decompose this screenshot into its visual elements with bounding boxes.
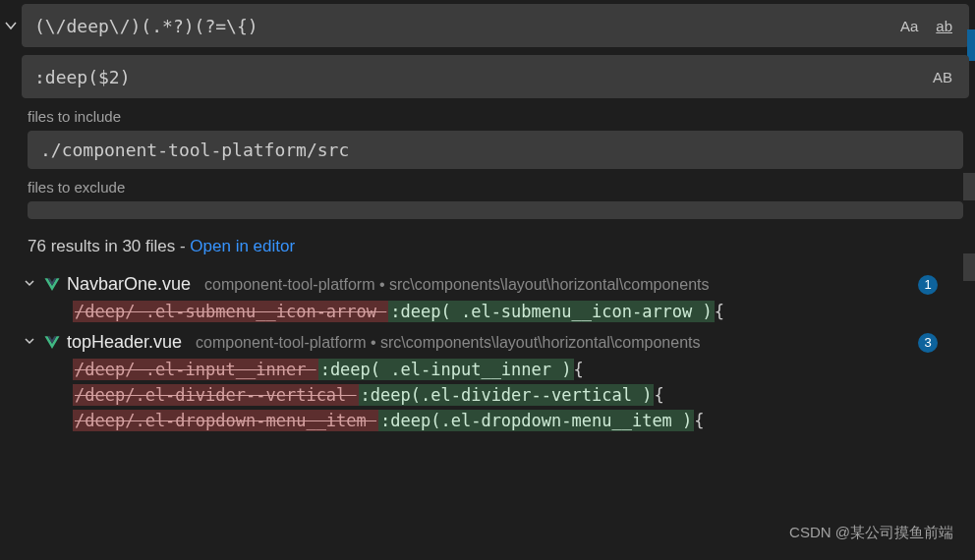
watermark: CSDN @某公司摸鱼前端 bbox=[789, 524, 953, 542]
added-text: :deep(.el-dropdown-menu__item ) bbox=[378, 410, 694, 431]
file-header[interactable]: NavbarOne.vuecomponent-tool-platform • s… bbox=[22, 270, 975, 299]
tail-text: { bbox=[694, 411, 704, 430]
search-panel: (\/deep\/)(.*?)(?=\{) Aa ab :deep($2) AB… bbox=[0, 0, 975, 433]
files-include-value: ./component-tool-platform/src bbox=[40, 140, 950, 160]
match-count-badge: 1 bbox=[918, 275, 938, 295]
files-exclude-input[interactable] bbox=[28, 201, 963, 219]
match-count-badge: 3 bbox=[918, 333, 938, 353]
added-text: :deep(.el-divider--vertical ) bbox=[359, 384, 655, 406]
vue-file-icon bbox=[43, 334, 61, 352]
files-include-label: files to include bbox=[28, 108, 975, 125]
chevron-down-icon bbox=[22, 333, 37, 352]
search-input[interactable]: (\/deep\/)(.*?)(?=\{) Aa ab bbox=[22, 4, 969, 47]
files-exclude-label: files to exclude bbox=[28, 179, 975, 196]
added-text: :deep( .el-input__inner ) bbox=[318, 359, 574, 380]
removed-text: /deep/.el-dropdown-menu__item bbox=[73, 410, 378, 431]
file-name: topHeader.vue bbox=[67, 332, 182, 353]
open-in-editor-link[interactable]: Open in editor bbox=[190, 237, 295, 255]
file-group: NavbarOne.vuecomponent-tool-platform • s… bbox=[22, 270, 975, 324]
file-path: component-tool-platform • src\components… bbox=[196, 334, 912, 352]
removed-text: /deep/ .el-input__inner bbox=[73, 359, 318, 380]
file-group: topHeader.vuecomponent-tool-platform • s… bbox=[22, 328, 975, 433]
whole-word-toggle[interactable]: ab bbox=[932, 16, 956, 36]
file-name: NavbarOne.vue bbox=[67, 274, 191, 295]
book-icon[interactable] bbox=[963, 173, 975, 200]
match-line[interactable]: /deep/ .el-input__inner :deep( .el-input… bbox=[73, 357, 975, 382]
added-text: :deep( .el-submenu__icon-arrow ) bbox=[388, 301, 715, 322]
search-pattern-text: (\/deep\/)(.*?)(?=\{) bbox=[34, 16, 896, 36]
toggle-search-details[interactable] bbox=[0, 18, 22, 33]
vue-file-icon bbox=[43, 276, 61, 294]
file-header[interactable]: topHeader.vuecomponent-tool-platform • s… bbox=[22, 328, 975, 357]
replace-text: :deep($2) bbox=[34, 67, 929, 87]
gear-icon[interactable] bbox=[963, 253, 975, 281]
preserve-case-toggle[interactable]: AB bbox=[929, 67, 956, 87]
removed-text: /deep/.el-divider--vertical bbox=[73, 384, 359, 406]
tail-text: { bbox=[574, 360, 584, 379]
file-path: component-tool-platform • src\components… bbox=[204, 276, 912, 294]
tail-text: { bbox=[654, 385, 663, 405]
files-include-input[interactable]: ./component-tool-platform/src bbox=[28, 131, 963, 169]
replace-input[interactable]: :deep($2) AB bbox=[22, 55, 969, 98]
match-line[interactable]: /deep/ .el-submenu__icon-arrow :deep( .e… bbox=[73, 299, 975, 324]
match-line[interactable]: /deep/.el-divider--vertical :deep(.el-di… bbox=[73, 382, 975, 408]
results-summary: 76 results in 30 files - Open in editor bbox=[28, 237, 975, 256]
results-count-text: 76 results in 30 files - bbox=[28, 237, 190, 255]
chevron-down-icon bbox=[22, 275, 37, 294]
tail-text: { bbox=[715, 302, 724, 321]
results-list: NavbarOne.vuecomponent-tool-platform • s… bbox=[0, 270, 975, 433]
removed-text: /deep/ .el-submenu__icon-arrow bbox=[73, 301, 388, 322]
match-line[interactable]: /deep/.el-dropdown-menu__item :deep(.el-… bbox=[73, 408, 975, 433]
case-sensitive-toggle[interactable]: Aa bbox=[896, 16, 922, 36]
